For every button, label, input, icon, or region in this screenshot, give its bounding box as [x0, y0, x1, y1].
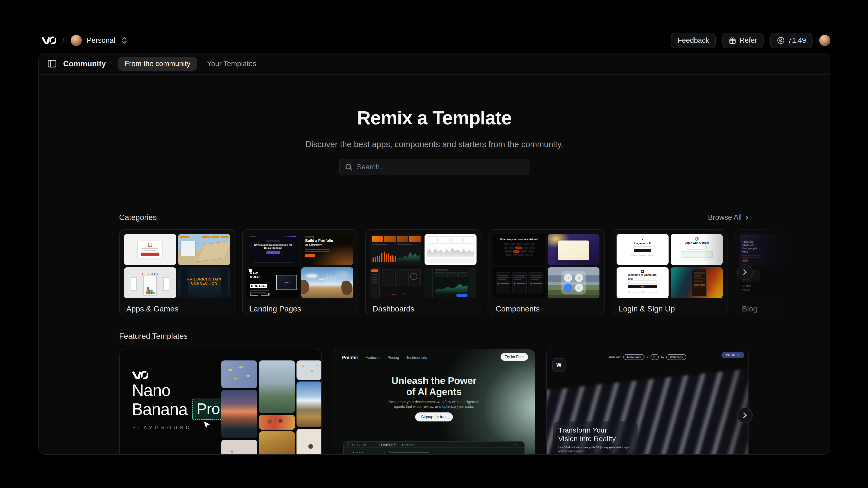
collage-pills-photo [297, 361, 321, 380]
thumbnail-saas-landing: Streamlined Communication for Quick Ship… [247, 234, 299, 265]
collage-people-photo [259, 415, 295, 430]
category-card-apps-games[interactable]: TETRIS FRIEDRICHSHAIN CONNECTION Apps & … [119, 229, 235, 315]
thumbnail-synecdoche-landing: Synecdoche® [301, 267, 353, 298]
search-input[interactable] [357, 163, 523, 171]
community-panel: Community From the community Your Templa… [38, 53, 830, 455]
category-label: Blog [740, 305, 830, 313]
categories-next-button[interactable] [737, 264, 753, 280]
thumbnail-tetris-game: TETRIS [124, 267, 176, 298]
category-label: Landing Pages [247, 305, 353, 313]
featured-card-webrenes[interactable]: Made with Midjourney + v0 by Webrenes W … [546, 349, 749, 455]
thumbnail-cuisine-chips: What are your favorite cuisines? [493, 234, 546, 265]
thumbnail-orange-dashboard [370, 234, 422, 265]
thumbnail-brutalist-landing: RAW. BOLD. BRUTAL. [IMG] [247, 267, 299, 298]
thumbnail-gradient-signup [671, 267, 723, 298]
tab-from-the-community[interactable]: From the community [118, 57, 197, 71]
code-editor-mockup: EXPLORER ⋯ ◆gulpfile.js✕ ◆Untitled-2 ⧉ ▯… [343, 441, 525, 455]
collage-sunset-photo [221, 390, 257, 438]
collage-bottles-photo [259, 431, 295, 455]
category-label: Dashboards [370, 305, 476, 313]
thumbnail-isometric-game [178, 234, 230, 265]
refer-button[interactable]: Refer [722, 33, 764, 48]
thumbnail-login-with-google: Login with Google [671, 234, 723, 265]
thumbnail-light-dashboard [425, 234, 476, 265]
signup-for-free-button: Signup for free [415, 413, 453, 422]
v0-logo-icon[interactable] [41, 35, 56, 46]
collage-coffee-photo [297, 429, 321, 455]
thumbnail-control-center: ✈ᛒ⌇☾ [548, 267, 600, 298]
hero-section: Remix a Template Discover the best apps,… [39, 75, 830, 176]
thumbnail-dark-admin-dashboard [370, 267, 422, 298]
try-for-free-button: Try for Free [501, 353, 528, 361]
thumbnail-gradient-card [548, 234, 600, 265]
top-bar: / Personal Feedback [0, 0, 868, 53]
thumbnail-blog-dark-2 [794, 267, 830, 298]
v0-logo-icon [132, 369, 148, 381]
breadcrumb-separator: / [62, 35, 65, 45]
gift-icon [729, 37, 736, 44]
tab-your-templates[interactable]: Your Templates [200, 57, 263, 71]
category-card-login-signup[interactable]: X Login with X Login with Google Welcome… [612, 229, 728, 315]
community-header: Community From the community Your Templa… [39, 53, 830, 75]
thumbnail-testimonials [493, 267, 546, 298]
v0-community-page: / Personal Feedback [0, 0, 868, 488]
hero-title: Remix a Template [39, 106, 830, 130]
collage-mountain-photo [297, 382, 321, 427]
feedback-button[interactable]: Feedback [671, 33, 716, 48]
credits-icon [777, 36, 785, 44]
thumbnail-blog-dark [794, 234, 830, 265]
featured-carousel: Nano Banana Pro PLAYGROUND [39, 349, 830, 454]
featured-card-nano-banana-pro[interactable]: Nano Banana Pro PLAYGROUND [119, 349, 322, 455]
collage-flowers-photo [221, 440, 257, 455]
browse-all-link[interactable]: Browse All [708, 213, 749, 221]
hero-copy-panel: Transform Your Vision Into Reality Use G… [553, 422, 638, 455]
thumbnail-finance-dashboard [425, 267, 476, 298]
community-tabs: From the community Your Templates [118, 57, 263, 71]
chevron-right-icon [742, 412, 748, 418]
workspace-avatar[interactable] [71, 35, 82, 46]
category-card-landing-pages[interactable]: Streamlined Communication for Quick Ship… [242, 229, 358, 315]
featured-heading: Featured Templates [119, 332, 188, 341]
thumbnail-login-with-x: X Login with X [617, 234, 669, 265]
prompt-button: PROMPT [721, 352, 744, 358]
workspace-switcher-chevrons-icon[interactable] [121, 36, 127, 44]
category-label: Components [493, 305, 599, 313]
categories-heading: Categories [119, 213, 157, 222]
thumbnail-designer-blog: I design products that people love [740, 234, 792, 265]
sidebar-toggle-button[interactable] [48, 60, 56, 68]
category-card-dashboards[interactable]: Dashboards [365, 229, 482, 315]
categories-carousel: TETRIS FRIEDRICHSHAIN CONNECTION Apps & … [39, 229, 830, 315]
thumbnail-calendar-app [124, 234, 176, 265]
thumbnail-portfolio-landing: Build a Portfolio in Minutes [301, 234, 353, 265]
chevron-right-icon [742, 269, 748, 275]
credits-button[interactable]: 71.49 [770, 33, 812, 48]
hero-subtitle: Discover the best apps, components and s… [39, 140, 830, 149]
pro-badge: Pro [192, 399, 225, 420]
collage-landscape-painting [259, 361, 295, 413]
workspace-name[interactable]: Personal [87, 36, 115, 44]
user-avatar[interactable] [819, 35, 830, 46]
featured-card-pointer[interactable]: Pointer Features Pricing Testimonials Tr… [333, 349, 535, 455]
thumbnail-friedrichshain-game: FRIEDRICHSHAIN CONNECTION [178, 267, 230, 298]
featured-section-head: Featured Templates [39, 332, 830, 341]
search-icon [345, 163, 352, 171]
search-box[interactable] [339, 159, 529, 175]
categories-section-head: Categories Browse All [39, 213, 830, 222]
category-label: Login & Sign Up [617, 305, 723, 313]
category-card-components[interactable]: What are your favorite cuisines? [489, 229, 604, 315]
thumbnail-acme-login: Welcome to Acme Inc. Email Login [617, 267, 669, 298]
webrenes-logo: W [552, 358, 566, 371]
page-title: Community [63, 59, 106, 68]
featured-next-button[interactable] [737, 407, 753, 423]
cursor-pointer-icon [202, 420, 211, 430]
collage-leaves-photo [221, 361, 257, 388]
chevron-right-icon [744, 215, 749, 220]
category-label: Apps & Games [124, 305, 230, 313]
